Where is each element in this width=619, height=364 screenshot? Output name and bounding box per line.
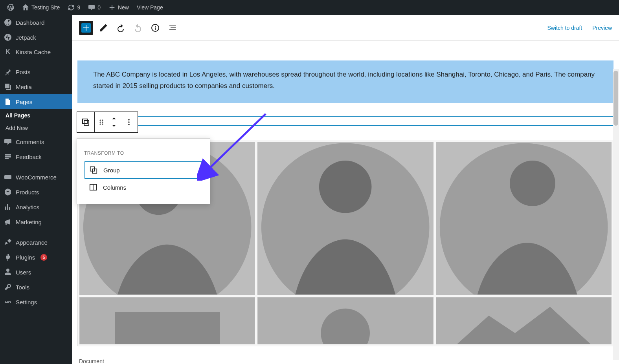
sidebar-item-label: Posts [16, 69, 31, 75]
transform-option-columns[interactable]: Columns [84, 179, 203, 196]
users-icon [4, 268, 12, 276]
paragraph-text: The ABC Company is located in Los Angele… [93, 71, 595, 90]
placeholder-image-icon [258, 298, 433, 344]
document-label: Document [79, 358, 612, 364]
media-icon [4, 83, 12, 91]
update-icon [68, 4, 75, 11]
submenu-all-pages[interactable]: All Pages [0, 109, 72, 122]
comments-count: 0 [97, 4, 101, 11]
preview-button[interactable]: Preview [592, 25, 612, 31]
svg-point-21 [102, 121, 103, 123]
sidebar-item-label: Users [16, 269, 31, 276]
group-icon [89, 166, 98, 174]
transform-option-group[interactable]: Group [84, 161, 203, 179]
sidebar-item-analytics[interactable]: Analytics [0, 199, 72, 214]
sidebar-item-tools[interactable]: Tools [0, 280, 72, 294]
svg-point-10 [510, 161, 555, 206]
view-page-label: View Page [137, 4, 163, 11]
sidebar-item-label: Jetpack [16, 34, 36, 41]
wordpress-icon [7, 4, 14, 11]
sidebar-item-pages[interactable]: Pages [0, 94, 72, 109]
comments[interactable]: 0 [84, 0, 105, 15]
gallery-image[interactable] [257, 142, 433, 295]
sidebar-item-woocommerce[interactable]: WooCommerce [0, 170, 72, 185]
sidebar-item-dashboard[interactable]: Dashboard [0, 15, 72, 30]
multiblock-icon [81, 117, 90, 127]
transform-popover: TRANSFORM TO Group Columns [77, 138, 210, 204]
plugin-count-badge: 5 [40, 254, 47, 261]
editor-canvas[interactable]: The ABC Company is located in Los Angele… [72, 41, 619, 364]
sidebar-item-label: Tools [16, 284, 29, 291]
appearance-icon [4, 238, 12, 246]
svg-point-18 [99, 119, 101, 121]
sidebar-item-label: Dashboard [16, 19, 44, 26]
woocommerce-icon [4, 173, 12, 181]
sidebar-item-users[interactable]: Users [0, 265, 72, 280]
transform-option-label: Group [103, 167, 120, 174]
sidebar-item-label: Pages [16, 99, 33, 105]
home-icon [22, 4, 29, 11]
sidebar-item-kinsta[interactable]: K Kinsta Cache [0, 45, 72, 59]
jetpack-icon [4, 33, 12, 41]
heading-placeholder-block[interactable] [77, 116, 613, 126]
dashboard-icon [4, 18, 12, 26]
gallery-image[interactable] [436, 297, 612, 344]
move-down-button[interactable] [108, 122, 120, 130]
plugins-icon [4, 253, 12, 261]
edit-mode-button[interactable] [96, 21, 110, 35]
updates[interactable]: 9 [64, 0, 84, 15]
sidebar-item-feedback[interactable]: Feedback [0, 149, 72, 164]
scrollbar-thumb[interactable] [613, 71, 618, 126]
placeholder-image-icon [80, 298, 255, 344]
switch-to-draft-button[interactable]: Switch to draft [547, 25, 582, 31]
more-options-button[interactable] [120, 112, 138, 132]
undo-icon [116, 23, 125, 33]
info-button[interactable] [148, 21, 162, 35]
add-block-button[interactable] [79, 21, 93, 35]
plus-icon [108, 4, 116, 11]
gallery-image[interactable] [257, 297, 433, 344]
sidebar-item-label: Kinsta Cache [16, 49, 51, 55]
wp-logo[interactable] [3, 0, 18, 15]
svg-rect-16 [83, 119, 87, 124]
view-page[interactable]: View Page [133, 0, 167, 15]
gallery-image[interactable] [436, 142, 612, 295]
sidebar-item-products[interactable]: Products [0, 185, 72, 199]
sidebar-item-jetpack[interactable]: Jetpack [0, 30, 72, 45]
selected-paragraph-block[interactable]: The ABC Company is located in Los Angele… [77, 60, 613, 103]
svg-point-23 [102, 123, 103, 124]
comment-icon [4, 138, 12, 146]
sidebar-item-plugins[interactable]: Plugins 5 [0, 250, 72, 265]
placeholder-image-icon [258, 142, 433, 294]
redo-icon [133, 23, 143, 33]
sidebar-item-label: Settings [16, 299, 37, 305]
svg-point-0 [4, 34, 11, 41]
sidebar-item-appearance[interactable]: Appearance [0, 235, 72, 250]
undo-button[interactable] [114, 21, 128, 35]
new-content[interactable]: New [105, 0, 133, 15]
outline-button[interactable] [165, 21, 180, 35]
new-label: New [118, 4, 129, 11]
sidebar-item-posts[interactable]: Posts [0, 64, 72, 79]
settings-icon [4, 298, 12, 306]
admin-sidebar: Dashboard Jetpack K Kinsta Cache Posts M… [0, 15, 72, 364]
block-transform-button[interactable] [77, 112, 94, 132]
chevron-up-icon [110, 115, 118, 122]
site-name[interactable]: Testing Site [18, 0, 64, 15]
gallery-image[interactable] [79, 297, 255, 344]
sidebar-item-marketing[interactable]: Marketing [0, 214, 72, 229]
redo-button[interactable] [131, 21, 145, 35]
sidebar-item-label: Appearance [16, 239, 48, 246]
sidebar-item-media[interactable]: Media [0, 79, 72, 94]
sidebar-item-settings[interactable]: Settings [0, 294, 72, 309]
move-up-button[interactable] [108, 114, 120, 122]
vertical-scrollbar[interactable] [613, 69, 619, 360]
site-name-label: Testing Site [31, 4, 60, 11]
drag-icon [97, 117, 106, 127]
svg-point-25 [128, 121, 130, 123]
svg-rect-12 [115, 312, 220, 344]
outline-icon [168, 23, 177, 33]
drag-handle[interactable] [95, 112, 108, 132]
submenu-add-new[interactable]: Add New [0, 122, 72, 134]
sidebar-item-comments[interactable]: Comments [0, 134, 72, 149]
